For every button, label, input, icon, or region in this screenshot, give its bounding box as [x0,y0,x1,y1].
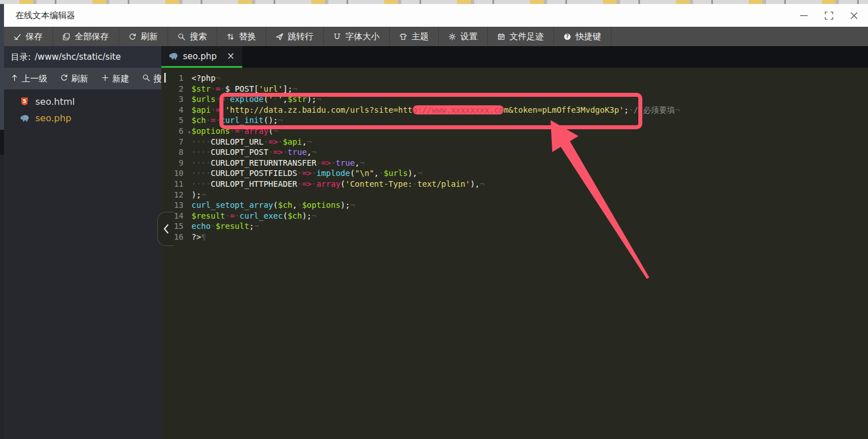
code-token: $api [191,105,211,114]
toolbar-theme-button[interactable]: 主题 [390,27,439,46]
minimize-icon [799,11,809,20]
file-item-seo.html[interactable]: 5seo.html [4,93,161,110]
arrow-up-icon [11,73,18,84]
code-line-16[interactable]: 16?>¶ [161,232,868,243]
tab-label: seo.php [183,51,217,61]
file-name: seo.php [35,113,71,124]
code-text: );¬ [188,190,206,200]
code-text: ?>¶ [188,232,206,243]
code-text: $result·=·curl_exec($ch);¬ [188,211,316,221]
code-token: ), [470,179,480,188]
line-number: 3 [161,94,188,105]
toolbar-theme-label: 主题 [411,31,429,42]
code-text: $options·=·array(¬ [188,126,278,137]
code-line-11[interactable]: 11····CURLOPT_HTTPHEADER·=>·array('Conte… [161,179,868,190]
file-item-seo.php[interactable]: seo.php [4,110,161,126]
code-token: ( [340,179,345,188]
sidebar-up-level-button[interactable]: 上一级 [11,73,47,84]
code-token: ( [350,169,354,178]
code-token: ¬ [675,105,679,114]
code-token: 'Content-Type: [345,179,413,188]
code-line-15[interactable]: 15echo·$result;¬ [161,221,868,232]
code-token: · [273,95,278,104]
code-line-4[interactable]: 4$api·=·'http://data.zz.baidu.com/urls?s… [161,105,868,116]
code-token: = [215,84,220,93]
toolbar-font-size-button[interactable]: 字体大小 [324,27,390,46]
code-line-13[interactable]: 13curl_setopt_array($ch,·$options);¬ [161,200,868,211]
code-token: · [413,179,417,188]
code-text: <?php¬ [188,73,221,84]
code-token: ···· [191,147,211,157]
code-line-3[interactable]: 3$urls·=·explode('·',$str);¬ [161,94,868,105]
code-token: $urls [191,95,215,104]
php-file-icon [169,52,178,61]
code-token: ); [191,190,201,199]
toolbar-save-button[interactable]: 保存 [4,27,53,46]
code-token: · [297,200,301,210]
code-text: ····CURLOPT_POSTFIELDS·=>·implode("\n",·… [188,168,422,179]
line-number: 12 [161,190,188,200]
code-token: CURLOPT_URL [211,137,264,146]
sidebar-collapse-handle[interactable] [157,212,174,246]
code-line-12[interactable]: 12);¬ [161,190,868,200]
code-line-2[interactable]: 2$str·=·$_POST['url'];¬ [161,84,868,95]
code-line-8[interactable]: 8····CURLOPT_POST·=>·true,¬ [161,147,868,158]
toolbar-shortcuts-button[interactable]: ?快捷键 [554,27,612,46]
tab-close-icon[interactable]: × [227,51,235,61]
code-token: "\n" [355,169,374,178]
code-token: $api [283,137,302,146]
minimize-button[interactable] [797,9,810,22]
tab-seo.php[interactable]: seo.php× [161,46,242,68]
code-token: ; [624,105,629,114]
code-token: <?php [191,73,215,83]
code-token: ¬ [312,211,316,220]
code-line-6[interactable]: 6▾$options·=·array(¬ [161,126,868,137]
code-token: , [283,95,287,104]
code-token: $str [191,84,211,93]
sidebar-up-level-label: 上一级 [22,73,47,84]
code-token: · [215,95,220,104]
toolbar-replace-button[interactable]: 替换 [217,27,266,46]
toolbar-search-label: 搜索 [190,31,207,42]
toolbar-goto-line-button[interactable]: 跳转行 [266,27,324,46]
code-token: ¬ [215,73,220,83]
toolbar-save-all-label: 全部保存 [75,31,109,42]
code-token: CURLOPT_POSTFIELDS [211,169,298,178]
code-line-7[interactable]: 7····CURLOPT_URL·=>·$api,¬ [161,137,868,147]
code-line-10[interactable]: 10····CURLOPT_POSTFIELDS·=>·implode("\n"… [161,168,868,179]
code-token: · [263,137,268,146]
toolbar-refresh-button[interactable]: 刷新 [119,27,168,46]
code-line-14[interactable]: 14$result·=·curl_exec($ch);¬ [161,211,868,221]
code-token: , [355,158,360,167]
code-token: · [215,116,220,125]
code-token: · [211,84,215,93]
code-token: ···· [191,137,211,146]
code-text: ····CURLOPT_RETURNTRANSFER·=>·true,¬ [188,158,364,169]
file-list: 5seo.htmlseo.php [4,89,161,439]
code-line-1[interactable]: 1<?php¬ [161,73,868,84]
toolbar-goto-line-label: 跳转行 [288,31,313,42]
toolbar-save-all-button[interactable]: 全部保存 [53,27,119,46]
maximize-button[interactable] [822,9,835,22]
code-editor[interactable]: 1<?php¬2$str·=·$_POST['url'];¬3$urls·=·e… [161,68,868,439]
close-button[interactable] [847,9,860,22]
search-icon [142,73,150,84]
code-line-5[interactable]: 5$ch·=·curl_init();¬ [161,115,868,126]
code-token: ; [249,221,254,231]
sidebar-new-file-button[interactable]: 新建 [101,73,129,84]
code-token: · [278,137,283,146]
code-token: ¬ [360,158,364,167]
toolbar-file-footprint-button[interactable]: 文件足迹 [488,27,554,46]
code-token: curl_init [221,116,264,125]
code-line-9[interactable]: 9····CURLOPT_RETURNTRANSFER·=>·true,¬ [161,158,868,169]
code-token: ( [273,200,278,210]
toolbar-settings-button[interactable]: 设置 [439,27,488,46]
code-token: · [379,169,384,178]
sidebar-refresh-button[interactable]: 刷新 [60,73,88,84]
code-token: · [211,105,215,114]
code-token: 'url' [259,84,283,93]
toolbar-search-button[interactable]: 搜索 [168,27,217,46]
code-token: array [244,126,268,136]
line-number: 11 [161,179,188,190]
code-token: $options [191,126,230,136]
